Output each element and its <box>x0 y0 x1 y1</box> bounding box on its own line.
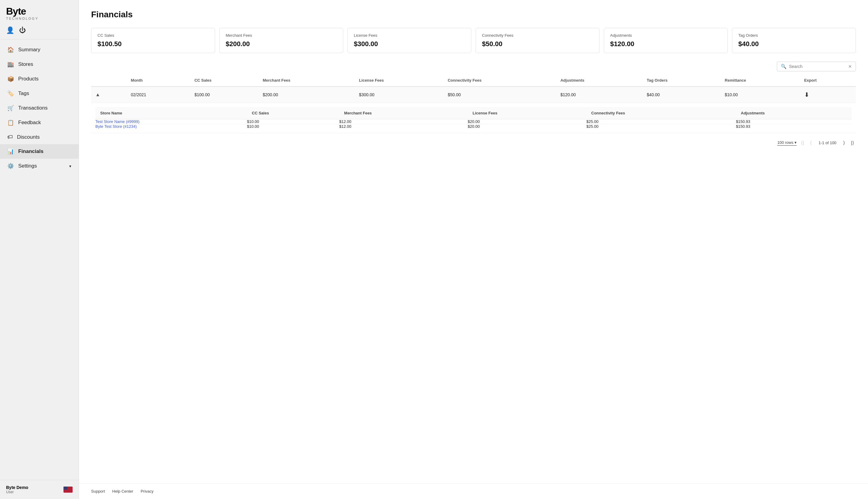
stores-nav-label: Stores <box>18 61 33 68</box>
sidebar-item-financials[interactable]: 📊 Financials <box>0 144 79 159</box>
cell-cc-sales: $100.00 <box>190 86 258 103</box>
products-nav-label: Products <box>18 76 39 82</box>
sub-cell-store-name: Byte Test Store (#1234) <box>95 124 247 129</box>
sub-col-cc-sales: CC Sales <box>247 107 339 119</box>
col-connectivity-fees: Connectivity Fees <box>443 74 556 86</box>
card-label-merchant-fees: Merchant Fees <box>226 33 337 38</box>
sidebar-item-products[interactable]: 📦 Products <box>0 72 79 86</box>
table-body: ▲ 02/2021 $100.00 $200.00 $300.00 $50.00… <box>91 86 856 133</box>
first-page-button[interactable]: ⟨| <box>799 139 806 147</box>
user-name: Byte Demo <box>6 485 28 490</box>
footer-link-help-center[interactable]: Help Center <box>112 489 133 494</box>
card-value-license-fees: $300.00 <box>354 40 465 48</box>
logo-area: Byte Technology <box>0 0 79 23</box>
discounts-nav-label: Discounts <box>17 134 40 140</box>
next-page-button[interactable]: ⟩ <box>841 139 847 147</box>
col-remittance: Remittance <box>720 74 800 86</box>
sub-cell-adjustments: $150.93 <box>736 124 852 129</box>
cell-month: 02/2021 <box>126 86 190 103</box>
card-value-merchant-fees: $200.00 <box>226 40 337 48</box>
sub-col-adjustments: Adjustments <box>736 107 852 119</box>
user-profile-icon[interactable]: 👤 <box>6 26 14 34</box>
sub-table: Store Name CC Sales Merchant Fees Licens… <box>95 107 852 129</box>
sidebar-item-settings[interactable]: ⚙️ Settings ▾ <box>0 159 79 173</box>
footer-link-support[interactable]: Support <box>91 489 105 494</box>
cell-export: ⬇ <box>800 86 856 103</box>
feedback-nav-label: Feedback <box>18 120 41 126</box>
prev-page-button[interactable]: ⟨ <box>808 139 813 147</box>
last-page-button[interactable]: |⟩ <box>849 139 856 147</box>
sub-cell-cc-sales: $10.00 <box>247 119 339 124</box>
col-cc-sales: CC Sales <box>190 74 258 86</box>
export-button[interactable]: ⬇ <box>804 91 809 98</box>
card-label-license-fees: License Fees <box>354 33 465 38</box>
page-body: Financials CC Sales $100.50 Merchant Fee… <box>79 0 868 483</box>
page-info: 1-1 of 100 <box>819 141 836 145</box>
sidebar-item-feedback[interactable]: 📋 Feedback <box>0 115 79 130</box>
sidebar-item-transactions[interactable]: 🛒 Transactions <box>0 101 79 115</box>
sub-header-row: Store Name CC Sales Merchant Fees Licens… <box>95 107 852 119</box>
cell-remittance: $10.00 <box>720 86 800 103</box>
sub-col-license-fees: License Fees <box>468 107 587 119</box>
search-input[interactable] <box>789 64 846 69</box>
summary-card-merchant-fees: Merchant Fees $200.00 <box>219 28 343 53</box>
stores-nav-icon: 🏬 <box>7 61 14 68</box>
table-header-row: Month CC Sales Merchant Fees License Fee… <box>91 74 856 86</box>
card-value-connectivity-fees: $50.00 <box>482 40 593 48</box>
col-license-fees: License Fees <box>355 74 443 86</box>
table-header: Month CC Sales Merchant Fees License Fee… <box>91 74 856 86</box>
col-export: Export <box>800 74 856 86</box>
logout-icon[interactable]: ⏻ <box>19 26 26 34</box>
rows-dropdown-icon: ▾ <box>795 140 797 145</box>
sidebar-user-actions: 👤 ⏻ <box>0 23 79 39</box>
rows-per-page-label: 100 rows <box>777 140 793 145</box>
col-tag-orders: Tag Orders <box>643 74 721 86</box>
sub-cell-cc-sales: $10.00 <box>247 124 339 129</box>
card-value-adjustments: $120.00 <box>610 40 721 48</box>
sidebar-item-discounts[interactable]: 🏷 Discounts <box>0 130 79 144</box>
table-toolbar: 🔍 ✕ <box>91 62 856 71</box>
card-value-tag-orders: $40.00 <box>738 40 849 48</box>
card-label-adjustments: Adjustments <box>610 33 721 38</box>
col-merchant-fees: Merchant Fees <box>258 74 355 86</box>
sub-table-cell: Store Name CC Sales Merchant Fees Licens… <box>91 103 856 133</box>
language-flag[interactable] <box>63 487 73 492</box>
sub-col-connectivity-fees: Connectivity Fees <box>587 107 736 119</box>
financials-nav-label: Financials <box>18 148 44 155</box>
page-title: Financials <box>91 10 856 20</box>
footer-link-privacy[interactable]: Privacy <box>141 489 154 494</box>
sidebar-item-summary[interactable]: 🏠 Summary <box>0 42 79 57</box>
clear-search-icon[interactable]: ✕ <box>848 64 852 69</box>
summary-card-tag-orders: Tag Orders $40.00 <box>732 28 856 53</box>
sidebar-item-tags[interactable]: 🏷️ Tags <box>0 86 79 101</box>
collapse-row-button[interactable]: ▲ <box>95 92 100 97</box>
col-month: Month <box>126 74 190 86</box>
cell-license-fees: $300.00 <box>355 86 443 103</box>
page-footer: SupportHelp CenterPrivacy <box>79 483 868 499</box>
pagination: 100 rows ▾ ⟨| ⟨ 1-1 of 100 ⟩ |⟩ <box>91 133 856 149</box>
search-box: 🔍 ✕ <box>777 62 856 71</box>
table-row: ▲ 02/2021 $100.00 $200.00 $300.00 $50.00… <box>91 86 856 103</box>
card-label-connectivity-fees: Connectivity Fees <box>482 33 593 38</box>
financials-table: Month CC Sales Merchant Fees License Fee… <box>91 74 856 133</box>
summary-card-adjustments: Adjustments $120.00 <box>604 28 728 53</box>
sub-col-merchant-fees: Merchant Fees <box>339 107 468 119</box>
user-role: User <box>6 490 28 494</box>
store-link-0[interactable]: Test Store Name (#9999) <box>95 119 140 124</box>
settings-chevron-icon: ▾ <box>69 164 71 169</box>
rows-per-page-selector[interactable]: 100 rows ▾ <box>777 140 797 146</box>
expand-cell: ▲ <box>91 86 126 103</box>
tags-nav-label: Tags <box>18 90 29 97</box>
transactions-nav-label: Transactions <box>18 105 48 111</box>
sidebar-item-stores[interactable]: 🏬 Stores <box>0 57 79 72</box>
sidebar-footer: Byte Demo User <box>0 480 79 499</box>
sub-cell-merchant-fees: $12.00 <box>339 124 468 129</box>
expanded-sub-row: Store Name CC Sales Merchant Fees Licens… <box>91 103 856 133</box>
sub-table-row: Byte Test Store (#1234) $10.00 $12.00 $2… <box>95 124 852 129</box>
sub-cell-license-fees: $20.00 <box>468 119 587 124</box>
cell-tag-orders: $40.00 <box>643 86 721 103</box>
store-link-1[interactable]: Byte Test Store (#1234) <box>95 124 137 129</box>
transactions-nav-icon: 🛒 <box>7 105 14 111</box>
summary-cards: CC Sales $100.50 Merchant Fees $200.00 L… <box>91 28 856 53</box>
summary-card-license-fees: License Fees $300.00 <box>348 28 471 53</box>
